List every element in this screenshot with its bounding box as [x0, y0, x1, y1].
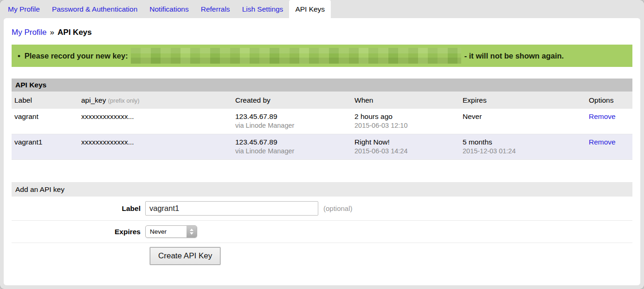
- cell-expires-date: 2015-12-03 01:24: [463, 147, 586, 155]
- cell-label: vagrant: [12, 112, 78, 129]
- expires-select[interactable]: Never: [145, 225, 197, 238]
- cell-api-key: xxxxxxxxxxxxx...: [78, 138, 232, 155]
- tab-referrals[interactable]: Referrals: [195, 0, 236, 18]
- table-title: API Keys: [12, 79, 632, 92]
- banner-suffix-text: - it will not be shown again.: [464, 52, 564, 60]
- create-api-key-button[interactable]: Create API Key: [150, 247, 220, 265]
- breadcrumb-my-profile-link[interactable]: My Profile: [12, 28, 47, 37]
- cell-when-date: 2015-06-03 14:24: [354, 147, 460, 155]
- header-api-key-note: (prefix only): [108, 97, 140, 104]
- label-field-row: Label (optional): [12, 197, 632, 221]
- expires-selected-value: Never: [150, 228, 167, 235]
- tab-notifications[interactable]: Notifications: [143, 0, 194, 18]
- select-stepper-icon: [187, 226, 197, 237]
- table-row: vagrant xxxxxxxxxxxxx... 123.45.67.89 vi…: [12, 109, 632, 134]
- page-title: API Keys: [58, 28, 92, 37]
- expires-field-label: Expires: [12, 228, 145, 236]
- api-keys-table: API Keys Label api_key (prefix only) Cre…: [12, 79, 632, 160]
- table-row: vagrant1 xxxxxxxxxxxxx... 123.45.67.89 v…: [12, 134, 632, 160]
- banner-bullet: •: [18, 52, 20, 60]
- cell-expires: Never: [460, 112, 586, 129]
- cell-created-via: via Linode Manager: [235, 122, 352, 129]
- cell-expires: 5 months 2015-12-03 01:24: [460, 138, 586, 155]
- tab-lish-settings[interactable]: Lish Settings: [236, 0, 290, 18]
- cell-created-by: 123.45.67.89 via Linode Manager: [232, 138, 352, 155]
- cell-when-date: 2015-06-03 12:10: [354, 122, 460, 129]
- tab-api-keys[interactable]: API Keys: [289, 0, 331, 18]
- tab-password-authentication[interactable]: Password & Authentication: [46, 0, 143, 18]
- expires-field-row: Expires Never: [12, 221, 632, 243]
- header-created-by: Created by: [232, 96, 352, 105]
- cell-when: Right Now! 2015-06-03 14:24: [352, 138, 460, 155]
- header-when: When: [352, 96, 460, 105]
- breadcrumb-separator: »: [50, 28, 54, 37]
- remove-key-link[interactable]: Remove: [589, 138, 616, 146]
- breadcrumb: My Profile»API Keys: [12, 18, 632, 37]
- header-options: Options: [586, 96, 632, 105]
- form-actions: Create API Key: [12, 243, 632, 279]
- chevron-down-icon: [190, 232, 193, 235]
- banner-prefix-text: Please record your new key:: [25, 52, 128, 60]
- label-input[interactable]: [145, 201, 318, 216]
- header-expires: Expires: [460, 96, 586, 105]
- add-api-key-form: Add an API key Label (optional) Expires …: [12, 182, 632, 279]
- form-title: Add an API key: [12, 182, 632, 197]
- cell-label: vagrant1: [12, 138, 78, 155]
- label-optional-note: (optional): [323, 204, 353, 212]
- redacted-key-blur: [131, 48, 461, 64]
- chevron-up-icon: [190, 229, 193, 231]
- profile-tabbar: My Profile Password & Authentication Not…: [0, 0, 644, 18]
- tab-my-profile[interactable]: My Profile: [2, 0, 46, 18]
- cell-created-by: 123.45.67.89 via Linode Manager: [232, 112, 352, 129]
- cell-options: Remove: [586, 112, 632, 129]
- new-key-banner: • Please record your new key: - it will …: [12, 45, 632, 67]
- content-panel: My Profile»API Keys • Please record your…: [4, 18, 640, 285]
- label-field-label: Label: [12, 204, 145, 213]
- cell-when: 2 hours ago 2015-06-03 12:10: [352, 112, 460, 129]
- header-label: Label: [12, 96, 78, 105]
- remove-key-link[interactable]: Remove: [589, 112, 616, 120]
- cell-created-via: via Linode Manager: [235, 147, 352, 155]
- cell-options: Remove: [586, 138, 632, 155]
- app-window: My Profile Password & Authentication Not…: [0, 0, 644, 289]
- table-header-row: Label api_key (prefix only) Created by W…: [12, 92, 632, 109]
- cell-api-key: xxxxxxxxxxxxx...: [78, 112, 232, 129]
- header-api-key: api_key (prefix only): [78, 96, 232, 105]
